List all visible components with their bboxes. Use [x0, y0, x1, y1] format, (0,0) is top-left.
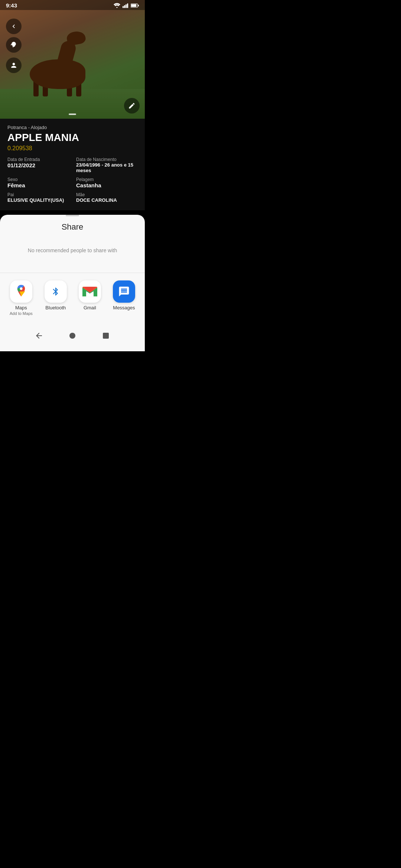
wifi-icon — [114, 3, 120, 8]
maps-app-name: Maps — [15, 305, 27, 310]
bluetooth-app-name: Bluetooth — [45, 305, 66, 310]
pelagem-label: Pelagem — [76, 177, 137, 182]
svg-rect-0 — [123, 6, 124, 8]
mae-group: Mãe DOCE CAROLINA — [76, 192, 137, 203]
app-item-messages[interactable]: Messages — [113, 280, 135, 316]
mae-label: Mãe — [76, 192, 137, 197]
svg-rect-1 — [124, 5, 125, 8]
data-nascimento-group: Data de Nascimento 23/04/1996 - 26 anos … — [76, 157, 137, 173]
photo-overlay — [0, 0, 145, 119]
info-grid: Data de Entrada 01/12/2022 Data de Nasci… — [7, 157, 137, 203]
nav-recents-icon — [101, 331, 110, 340]
nav-recents-button[interactable] — [98, 328, 114, 344]
data-entrada-label: Data de Entrada — [7, 157, 69, 162]
share-sheet: Share No recommended people to share wit… — [0, 215, 145, 323]
app-item-bluetooth[interactable]: Bluetooth — [45, 280, 67, 316]
svg-rect-3 — [127, 3, 128, 8]
status-time: 9:43 — [6, 2, 17, 9]
photo-area — [0, 0, 145, 119]
pai-label: Pai — [7, 192, 69, 197]
data-entrada-value: 01/12/2022 — [7, 162, 69, 168]
mae-value: DOCE CAROLINA — [76, 197, 137, 203]
gmail-clean-svg — [82, 286, 97, 297]
gmail-app-name: Gmail — [84, 305, 96, 310]
info-subtitle: Potranca - Alojado — [7, 125, 137, 130]
signal-icon — [123, 3, 128, 8]
no-people-text: No recommended people to share with — [28, 247, 117, 253]
svg-rect-2 — [125, 4, 127, 8]
sexo-label: Sexo — [7, 177, 69, 182]
bluetooth-svg — [51, 287, 61, 296]
messages-icon — [113, 280, 135, 303]
sheet-divider — [0, 273, 145, 273]
horse-info: Potranca - Alojado APPLE MANIA 0.209538 … — [0, 119, 145, 210]
maps-app-subtext: Add to Maps — [10, 311, 33, 316]
messages-app-name: Messages — [113, 305, 135, 310]
battery-icon — [131, 3, 139, 8]
pelagem-group: Pelagem Castanha — [76, 177, 137, 188]
svg-rect-6 — [138, 4, 139, 6]
nav-home-icon — [68, 331, 77, 340]
edit-button[interactable] — [124, 98, 140, 114]
nav-bar — [0, 323, 145, 351]
svg-rect-11 — [103, 333, 109, 339]
svg-point-10 — [69, 333, 75, 339]
photo-share-button[interactable] — [6, 37, 22, 53]
maps-icon — [10, 280, 32, 303]
back-button[interactable] — [6, 19, 22, 34]
sexo-group: Sexo Fêmea — [7, 177, 69, 188]
data-nascimento-value: 23/04/1996 - 26 anos e 15 meses — [76, 162, 137, 173]
bluetooth-icon — [45, 280, 67, 303]
sexo-value: Fêmea — [7, 182, 69, 188]
nav-home-button[interactable] — [64, 328, 81, 344]
pelagem-value: Castanha — [76, 182, 137, 188]
app-item-maps[interactable]: Maps Add to Maps — [10, 280, 33, 316]
pai-group: Pai ELUSIVE QUALITY(USA) — [7, 192, 69, 203]
profile-button[interactable] — [6, 57, 22, 73]
people-area: No recommended people to share with — [0, 236, 145, 273]
nav-back-button[interactable] — [31, 328, 47, 344]
data-nascimento-label: Data de Nascimento — [76, 157, 137, 162]
pai-value: ELUSIVE QUALITY(USA) — [7, 197, 69, 203]
app-item-gmail[interactable]: Gmail — [79, 280, 101, 316]
apps-row: Maps Add to Maps Bluetooth Gmail — [0, 277, 145, 323]
svg-rect-5 — [131, 4, 136, 7]
status-icons — [114, 3, 139, 8]
maps-pin-svg — [14, 285, 28, 298]
status-bar: 9:43 — [0, 0, 145, 10]
image-indicator — [69, 114, 76, 115]
messages-svg — [118, 286, 130, 297]
data-entrada-group: Data de Entrada 01/12/2022 — [7, 157, 69, 173]
nav-back-icon — [35, 331, 43, 340]
info-code: 0.209538 — [7, 145, 137, 152]
sheet-title: Share — [0, 216, 145, 236]
gmail-icon — [79, 280, 101, 303]
info-title: APPLE MANIA — [7, 132, 137, 144]
